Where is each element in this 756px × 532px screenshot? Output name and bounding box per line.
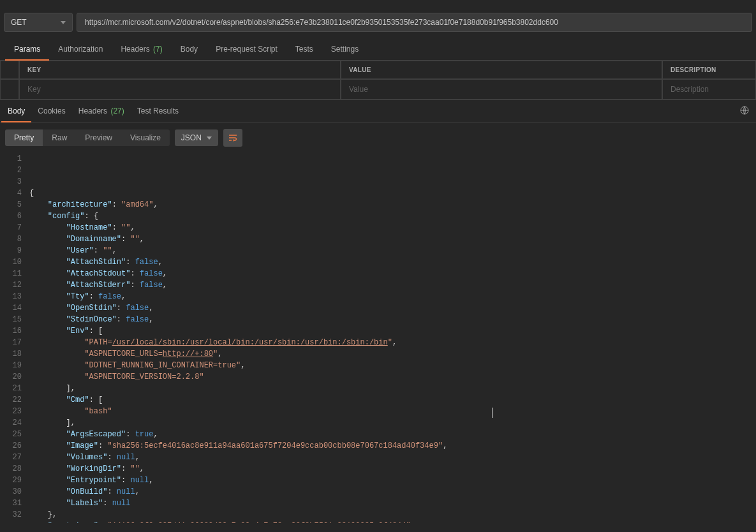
tab-body[interactable]: Body (172, 38, 207, 60)
key-input[interactable]: Key (19, 79, 341, 100)
format-value: JSON (181, 133, 202, 142)
tab-label: Params (14, 45, 40, 54)
tab-label: Headers (78, 107, 107, 115)
column-description: DESCRIPTION (662, 61, 756, 79)
http-method-value: GET (11, 18, 27, 27)
view-visualize[interactable]: Visualize (121, 129, 170, 146)
http-method-select[interactable]: GET (4, 13, 73, 32)
tab-tests[interactable]: Tests (286, 38, 322, 60)
code-content[interactable]: { "architecture": "amd64", "config": { "… (29, 153, 756, 523)
chevron-down-icon (61, 21, 66, 24)
tab-label: Pre-request Script (216, 45, 278, 54)
tab-settings[interactable]: Settings (322, 38, 367, 60)
column-value: VALUE (341, 61, 662, 79)
text-cursor (492, 408, 493, 418)
tab-label: Body (181, 45, 198, 54)
view-pretty[interactable]: Pretty (5, 129, 43, 146)
resp-tab-headers[interactable]: Headers (27) (72, 100, 131, 122)
resp-tab-body[interactable]: Body (1, 100, 31, 122)
globe-icon[interactable] (739, 105, 750, 117)
resp-tab-results[interactable]: Test Results (131, 100, 185, 122)
tab-count: (7) (153, 45, 163, 54)
view-preview[interactable]: Preview (76, 129, 121, 146)
view-raw[interactable]: Raw (43, 129, 76, 146)
response-body[interactable]: 1234567891011121314151617181920212223242… (0, 153, 756, 523)
format-select[interactable]: JSON (175, 129, 218, 146)
tab-label: Settings (331, 45, 359, 54)
tab-prerequest[interactable]: Pre-request Script (207, 38, 286, 60)
resp-tab-cookies[interactable]: Cookies (31, 100, 71, 122)
request-tabs: Params Authorization Headers (7) Body Pr… (0, 38, 756, 61)
tab-label: Body (8, 107, 25, 115)
wrap-lines-button[interactable] (223, 129, 242, 147)
checkbox-cell[interactable] (0, 79, 19, 100)
tab-label: Test Results (137, 107, 179, 115)
tab-label: Headers (121, 45, 149, 54)
tab-label: Authorization (58, 45, 103, 54)
tab-count: (27) (110, 107, 124, 115)
description-input[interactable]: Description (662, 79, 756, 100)
tab-label: Cookies (38, 107, 65, 115)
line-gutter: 1234567891011121314151617181920212223242… (0, 153, 29, 523)
response-tabs: Body Cookies Headers (27) Test Results (0, 100, 756, 122)
url-input[interactable] (77, 13, 752, 32)
tab-params[interactable]: Params (5, 38, 49, 60)
view-mode-group: Pretty Raw Preview Visualize (5, 129, 170, 146)
params-table: KEY VALUE DESCRIPTION Key Value Descript… (0, 61, 756, 100)
value-input[interactable]: Value (341, 79, 662, 100)
tab-headers[interactable]: Headers (7) (112, 38, 171, 60)
column-key: KEY (19, 61, 341, 79)
checkbox-header (0, 61, 19, 79)
chevron-down-icon (207, 137, 212, 140)
tab-label: Tests (295, 45, 313, 54)
tab-authorization[interactable]: Authorization (49, 38, 112, 60)
